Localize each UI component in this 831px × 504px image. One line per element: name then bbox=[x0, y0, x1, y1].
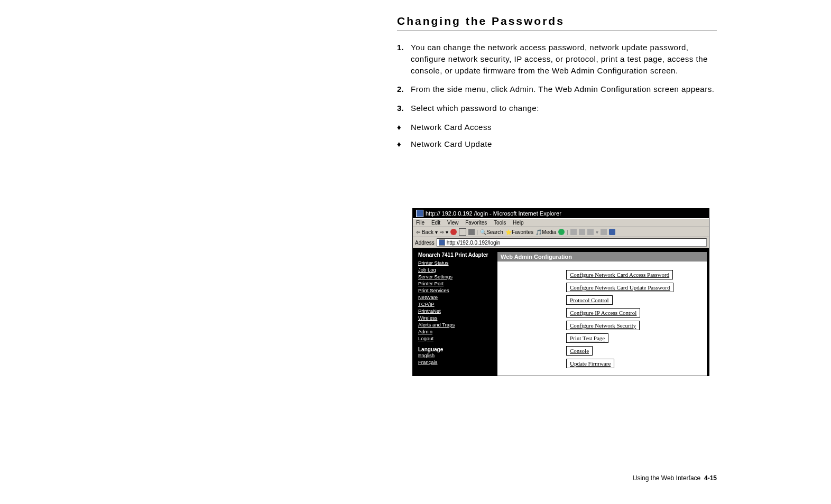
address-bar: Address http://192.0.0.192/login bbox=[413, 237, 709, 248]
sidebar-item-print-services[interactable]: Print Services bbox=[418, 287, 492, 293]
sidebar-item-job-log[interactable]: Job Log bbox=[418, 267, 492, 273]
bullet-symbol: ♦ bbox=[397, 122, 411, 133]
refresh-icon[interactable] bbox=[459, 228, 466, 236]
main-pane: Web Admin Configuration Configure Networ… bbox=[497, 252, 707, 376]
home-icon[interactable] bbox=[468, 229, 475, 235]
ie-icon bbox=[416, 210, 423, 217]
sidebar-item-server-settings[interactable]: Server Settings bbox=[418, 274, 492, 279]
sidebar-item-printer-port[interactable]: Printer Port bbox=[418, 281, 492, 286]
sidebar-item-printranet[interactable]: PrintraNet bbox=[418, 308, 492, 314]
favorites-button[interactable]: ⭐Favorites bbox=[505, 229, 533, 235]
sidebar-header: Monarch 7411 Print Adapter bbox=[418, 252, 492, 258]
address-input[interactable]: http://192.0.0.192/login bbox=[437, 238, 707, 247]
bullet-item: ♦ Network Card Update bbox=[397, 138, 717, 150]
menu-view[interactable]: View bbox=[447, 220, 459, 226]
menu-help[interactable]: Help bbox=[513, 220, 524, 226]
browser-titlebar: http:// 192.0.0.192 /login - Microsoft I… bbox=[413, 209, 709, 218]
link-print-test-page[interactable]: Print Test Page bbox=[566, 333, 608, 343]
bullet-text: Network Card Update bbox=[411, 138, 717, 150]
menu-edit[interactable]: Edit bbox=[431, 220, 440, 226]
bullet-item: ♦ Network Card Access bbox=[397, 122, 717, 133]
step-text: Select which password to change: bbox=[411, 102, 717, 114]
sidebar-item-netware[interactable]: NetWare bbox=[418, 294, 492, 300]
step-text: You can change the network access passwo… bbox=[411, 42, 717, 76]
browser-menubar: File Edit View Favorites Tools Help bbox=[413, 218, 709, 227]
sidebar-item-printer-status[interactable]: Printer Status bbox=[418, 260, 492, 266]
step-1: 1. You can change the network access pas… bbox=[397, 42, 717, 76]
browser-window: http:// 192.0.0.192 /login - Microsoft I… bbox=[412, 208, 709, 376]
page-body: Monarch 7411 Print Adapter Printer Statu… bbox=[413, 248, 709, 376]
step-number: 3. bbox=[397, 102, 411, 114]
sidebar-item-alerts-traps[interactable]: Alerts and Traps bbox=[418, 322, 492, 328]
back-button[interactable]: ⇦ Back ▾ bbox=[416, 229, 438, 235]
mainpane-links: Configure Network Card Access Password C… bbox=[497, 262, 707, 376]
link-configure-update-password[interactable]: Configure Network Card Update Password bbox=[566, 283, 673, 292]
messenger-icon[interactable] bbox=[609, 229, 615, 235]
print-icon[interactable] bbox=[579, 229, 585, 235]
language-francais[interactable]: Français bbox=[418, 359, 492, 365]
search-button[interactable]: 🔍Search bbox=[480, 229, 503, 235]
step-number: 2. bbox=[397, 83, 411, 95]
edit-icon[interactable] bbox=[587, 229, 594, 235]
link-configure-network-security[interactable]: Configure Network Security bbox=[566, 321, 640, 330]
step-number: 1. bbox=[397, 42, 411, 76]
browser-title: http:// 192.0.0.192 /login - Microsoft I… bbox=[426, 210, 561, 217]
link-protocol-control[interactable]: Protocol Control bbox=[566, 295, 613, 305]
ordered-list: 1. You can change the network access pas… bbox=[397, 42, 717, 114]
sidebar-item-logout[interactable]: Logout bbox=[418, 335, 492, 341]
sidebar-item-admin[interactable]: Admin bbox=[418, 329, 492, 334]
step-3: 3. Select which password to change: bbox=[397, 102, 717, 114]
mail-icon[interactable] bbox=[570, 229, 577, 235]
menu-tools[interactable]: Tools bbox=[494, 220, 506, 226]
page-footer: Using the Web Interface 4-15 bbox=[633, 474, 717, 482]
discuss-icon[interactable] bbox=[601, 229, 607, 235]
mainpane-title: Web Admin Configuration bbox=[497, 252, 707, 262]
address-label: Address bbox=[415, 240, 435, 246]
step-2: 2. From the side menu, click Admin. The … bbox=[397, 83, 717, 95]
media-button[interactable]: 🎵Media bbox=[535, 229, 556, 235]
bullet-text: Network Card Access bbox=[411, 122, 717, 133]
section-title: Changing the Passwords bbox=[397, 15, 717, 31]
stop-icon[interactable] bbox=[450, 229, 457, 235]
sidebar-item-tcpip[interactable]: TCP/IP bbox=[418, 301, 492, 307]
language-english[interactable]: English bbox=[418, 352, 492, 358]
browser-toolbar: ⇦ Back ▾ ⇨ ▾ | 🔍Search ⭐Favorites 🎵Media… bbox=[413, 227, 709, 237]
language-header: Language bbox=[418, 347, 492, 352]
bullet-list: ♦ Network Card Access ♦ Network Card Upd… bbox=[397, 122, 717, 150]
sidebar-item-wireless[interactable]: Wireless bbox=[418, 315, 492, 321]
forward-button[interactable]: ⇨ ▾ bbox=[440, 229, 448, 235]
link-update-firmware[interactable]: Update Firmware bbox=[566, 359, 614, 368]
link-configure-access-password[interactable]: Configure Network Card Access Password bbox=[566, 270, 673, 279]
menu-file[interactable]: File bbox=[416, 220, 424, 226]
address-value: http://192.0.0.192/login bbox=[447, 240, 501, 246]
menu-favorites[interactable]: Favorites bbox=[465, 220, 487, 226]
footer-page-number: 4-15 bbox=[704, 474, 717, 482]
link-console[interactable]: Console bbox=[566, 346, 593, 356]
footer-text: Using the Web Interface bbox=[633, 474, 701, 482]
page-icon bbox=[439, 239, 445, 246]
sidebar: Monarch 7411 Print Adapter Printer Statu… bbox=[413, 248, 497, 376]
step-text: From the side menu, click Admin. The Web… bbox=[411, 83, 717, 95]
bullet-symbol: ♦ bbox=[397, 138, 411, 150]
link-configure-ip-access[interactable]: Configure IP Access Control bbox=[566, 308, 640, 318]
history-icon[interactable] bbox=[558, 229, 565, 235]
